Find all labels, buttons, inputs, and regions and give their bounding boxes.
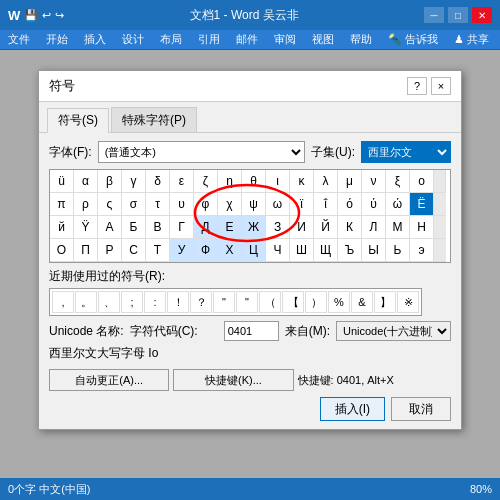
char-cell[interactable]: θ (242, 170, 266, 193)
recent-char[interactable]: （ (259, 291, 281, 313)
recent-char[interactable]: ※ (397, 291, 419, 313)
recent-char[interactable]: ！ (167, 291, 189, 313)
char-cell[interactable]: Щ (314, 239, 338, 262)
recent-char[interactable]: ） (305, 291, 327, 313)
char-cell[interactable]: δ (146, 170, 170, 193)
char-cell[interactable]: λ (314, 170, 338, 193)
char-cell[interactable]: ω (266, 193, 290, 216)
char-cell[interactable]: γ (122, 170, 146, 193)
char-cell[interactable]: У (170, 239, 194, 262)
char-cell[interactable]: ψ (242, 193, 266, 216)
ribbon-tab-tellme[interactable]: 🔦 告诉我 (388, 32, 438, 47)
char-cell[interactable]: Ш (290, 239, 314, 262)
char-cell[interactable]: П (74, 239, 98, 262)
tab-special-char[interactable]: 特殊字符(P) (111, 107, 197, 132)
close-button[interactable]: ✕ (472, 7, 492, 23)
recent-char[interactable]: 】 (374, 291, 396, 313)
char-cell[interactable]: Й (314, 216, 338, 239)
char-cell[interactable]: μ (338, 170, 362, 193)
recent-char[interactable]: 【 (282, 291, 304, 313)
cancel-button[interactable]: 取消 (391, 397, 451, 421)
subset-select[interactable]: 西里尔文 (361, 141, 451, 163)
char-cell[interactable]: ν (362, 170, 386, 193)
char-cell[interactable]: Г (170, 216, 194, 239)
char-cell[interactable]: Е (218, 216, 242, 239)
char-cell[interactable]: ϊ (290, 193, 314, 216)
char-cell[interactable]: Ь (386, 239, 410, 262)
recent-char[interactable]: & (351, 291, 373, 313)
char-cell[interactable]: κ (290, 170, 314, 193)
ribbon-tab-references[interactable]: 引用 (198, 32, 220, 47)
recent-char[interactable]: , (52, 291, 74, 313)
char-cell[interactable]: τ (146, 193, 170, 216)
minimize-button[interactable]: ─ (424, 7, 444, 23)
recent-char[interactable]: % (328, 291, 350, 313)
ribbon-tab-layout[interactable]: 布局 (160, 32, 182, 47)
ribbon-tab-file[interactable]: 文件 (8, 32, 30, 47)
char-cell[interactable]: К (338, 216, 362, 239)
insert-button[interactable]: 插入(I) (320, 397, 385, 421)
char-cell[interactable]: ξ (386, 170, 410, 193)
ribbon-tab-home[interactable]: 开始 (46, 32, 68, 47)
char-cell[interactable]: С (122, 239, 146, 262)
recent-char[interactable]: ; (121, 291, 143, 313)
char-cell[interactable]: Б (122, 216, 146, 239)
ribbon-tab-insert[interactable]: 插入 (84, 32, 106, 47)
char-cell[interactable]: Ÿ (74, 216, 98, 239)
char-cell[interactable]: χ (218, 193, 242, 216)
ribbon-tab-help[interactable]: 帮助 (350, 32, 372, 47)
char-cell[interactable]: Ч (266, 239, 290, 262)
char-cell[interactable]: ι (266, 170, 290, 193)
char-cell[interactable]: Т (146, 239, 170, 262)
char-cell[interactable]: ώ (386, 193, 410, 216)
ribbon-tab-mail[interactable]: 邮件 (236, 32, 258, 47)
char-cell[interactable]: й (50, 216, 74, 239)
recent-char[interactable]: ？ (190, 291, 212, 313)
char-cell[interactable]: φ (194, 193, 218, 216)
recent-char[interactable]: " (236, 291, 258, 313)
tab-symbol[interactable]: 符号(S) (47, 108, 109, 133)
char-cell[interactable]: ρ (74, 193, 98, 216)
char-cell-selected[interactable]: Ё (410, 193, 434, 216)
dialog-help-button[interactable]: ? (407, 77, 427, 95)
char-cell[interactable]: ο (410, 170, 434, 193)
undo-icon[interactable]: ↩ (42, 9, 51, 22)
font-select[interactable]: (普通文本) (98, 141, 305, 163)
char-cell[interactable]: Ж (242, 216, 266, 239)
char-cell[interactable]: В (146, 216, 170, 239)
char-cell[interactable]: Х (218, 239, 242, 262)
redo-icon[interactable]: ↪ (55, 9, 64, 22)
char-cell[interactable]: Л (362, 216, 386, 239)
recent-char[interactable]: 。 (75, 291, 97, 313)
char-cell[interactable]: ΐ (314, 193, 338, 216)
char-cell[interactable]: э (410, 239, 434, 262)
recent-char[interactable]: 、 (98, 291, 120, 313)
char-cell[interactable]: З (266, 216, 290, 239)
ribbon-tab-review[interactable]: 审阅 (274, 32, 296, 47)
maximize-button[interactable]: □ (448, 7, 468, 23)
from-select[interactable]: Unicode(十六进制) (336, 321, 451, 341)
char-cell[interactable]: ό (338, 193, 362, 216)
char-cell[interactable]: η (218, 170, 242, 193)
char-code-input[interactable] (224, 321, 279, 341)
char-cell[interactable]: ς (98, 193, 122, 216)
char-cell[interactable]: π (50, 193, 74, 216)
ribbon-tab-share[interactable]: ♟ 共享 (454, 32, 489, 47)
char-cell[interactable]: ε (170, 170, 194, 193)
char-cell[interactable]: И (290, 216, 314, 239)
char-cell[interactable]: σ (122, 193, 146, 216)
ribbon-tab-view[interactable]: 视图 (312, 32, 334, 47)
char-cell[interactable]: Н (410, 216, 434, 239)
ribbon-tab-design[interactable]: 设计 (122, 32, 144, 47)
char-cell[interactable]: Ц (242, 239, 266, 262)
shortcut-key-button[interactable]: 快捷键(K)... (173, 369, 293, 391)
char-cell[interactable]: υ (170, 193, 194, 216)
char-cell[interactable]: А (98, 216, 122, 239)
char-cell[interactable]: ü (50, 170, 74, 193)
recent-char[interactable]: " (213, 291, 235, 313)
char-cell[interactable]: Р (98, 239, 122, 262)
autocorrect-button[interactable]: 自动更正(A)... (49, 369, 169, 391)
char-cell[interactable]: Ъ (338, 239, 362, 262)
save-icon[interactable]: 💾 (24, 9, 38, 22)
char-cell[interactable]: Ф (194, 239, 218, 262)
